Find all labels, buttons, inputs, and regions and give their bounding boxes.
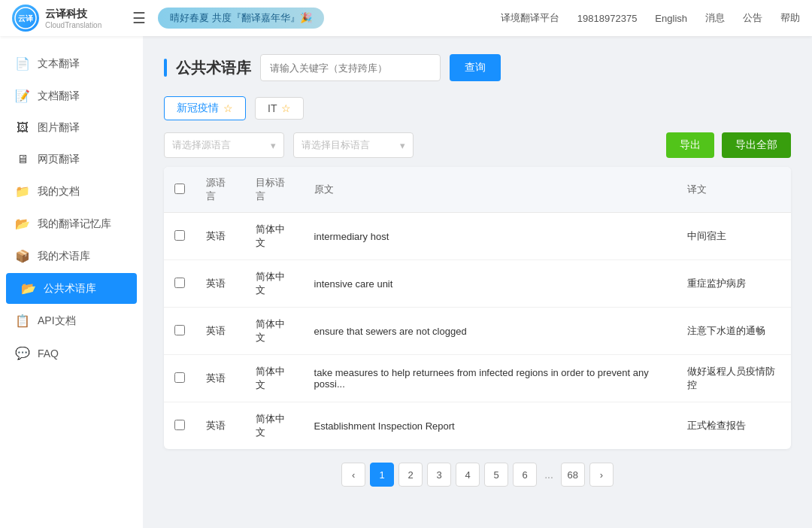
table-row: 英语 简体中文 intensive care unit 重症监护病房	[164, 260, 791, 308]
text-trans-icon: 📄	[15, 56, 30, 71]
target-language-select[interactable]: 请选择目标语言 ▾	[293, 132, 414, 158]
col-header-orig: 原文	[304, 167, 677, 213]
cell-trans-4: 正式检查报告	[677, 402, 791, 450]
source-language-select[interactable]: 请选择源语言 ▾	[164, 132, 284, 158]
row-checkbox-0[interactable]	[174, 230, 185, 241]
table-row: 英语 简体中文 ensure that sewers are not clogg…	[164, 308, 791, 355]
cell-tgt-1: 简体中文	[245, 260, 304, 308]
row-checkbox-4[interactable]	[174, 420, 185, 430]
col-header-tgt: 目标语言	[245, 167, 304, 213]
tabs-row: 新冠疫情 ☆ IT ☆	[164, 96, 791, 120]
faq-icon: 💬	[15, 346, 30, 360]
svg-text:云译: 云译	[18, 14, 34, 23]
pagination-ellipsis: ...	[541, 469, 556, 481]
cell-src-2: 英语	[195, 308, 245, 355]
export-all-button[interactable]: 导出全部	[722, 132, 791, 158]
sidebar-item-api-docs[interactable]: 📋 API文档	[0, 305, 143, 336]
cell-src-4: 英语	[195, 402, 245, 450]
tab-covid-star-icon[interactable]: ☆	[223, 102, 233, 114]
chevron-down-icon: ▾	[271, 140, 276, 151]
page-button-68[interactable]: 68	[561, 463, 585, 487]
cell-trans-2: 注意下水道的通畅	[677, 308, 791, 355]
page-title-row: 公共术语库 查询	[164, 54, 791, 81]
table-header-row: 源语言 目标语言 原文 译文	[164, 167, 791, 213]
main-content: 公共术语库 查询 新冠疫情 ☆ IT ☆ 请选择源语言 ▾ 请选择目标语言 ▾	[143, 36, 812, 528]
export-button[interactable]: 导出	[666, 132, 714, 158]
sidebar-item-my-docs[interactable]: 📁 我的文档	[0, 176, 143, 207]
tab-it[interactable]: IT ☆	[255, 97, 304, 120]
sidebar-item-web-trans[interactable]: 🖥 网页翻译	[0, 144, 143, 174]
nav-message[interactable]: 消息	[705, 11, 725, 25]
public-terms-icon: 📂	[21, 281, 36, 296]
cell-orig-1: intensive care unit	[304, 260, 677, 308]
cell-orig-4: Establishment Inspection Report	[304, 402, 677, 450]
api-docs-icon: 📋	[15, 314, 30, 328]
sidebar-item-text-trans[interactable]: 📄 文本翻译	[0, 48, 143, 79]
search-input[interactable]	[260, 54, 441, 81]
my-memory-icon: 📂	[15, 217, 30, 231]
sidebar-item-public-terms[interactable]: 📂 公共术语库	[6, 273, 137, 304]
row-checkbox-1[interactable]	[174, 278, 185, 288]
next-page-button[interactable]: ›	[589, 463, 614, 487]
sidebar-item-doc-trans[interactable]: 📝 文档翻译	[0, 80, 143, 111]
nav-notice[interactable]: 公告	[743, 11, 762, 25]
chevron-down-icon-2: ▾	[400, 140, 405, 151]
row-checkbox-2[interactable]	[174, 325, 185, 335]
row-checkbox-3[interactable]	[174, 372, 185, 383]
page-button-6[interactable]: 6	[513, 463, 537, 487]
terms-table: 源语言 目标语言 原文 译文 英语 简体中文 intermediary host…	[164, 167, 791, 449]
logo-text: 云译科技 CloudTranslation	[45, 8, 102, 29]
logo-area: 云译 云译科技 CloudTranslation	[12, 5, 117, 32]
page-title: 公共术语库	[176, 58, 251, 78]
sidebar-item-my-memory[interactable]: 📂 我的翻译记忆库	[0, 208, 143, 239]
doc-trans-icon: 📝	[15, 89, 30, 103]
nav-links: 译境翻译平台 19818972375 English 消息 公告 帮助	[501, 11, 800, 25]
page-button-1[interactable]: 1	[370, 463, 394, 487]
page-button-3[interactable]: 3	[427, 463, 451, 487]
cell-trans-0: 中间宿主	[677, 213, 791, 260]
logo-icon: 云译	[12, 5, 39, 32]
tab-covid[interactable]: 新冠疫情 ☆	[164, 96, 246, 120]
cell-tgt-3: 简体中文	[245, 355, 304, 402]
select-all-checkbox[interactable]	[174, 184, 185, 194]
title-bar	[164, 59, 167, 77]
cell-orig-3: take measures to help returnees from inf…	[304, 355, 677, 402]
web-trans-icon: 🖥	[15, 153, 30, 166]
nav-help[interactable]: 帮助	[780, 11, 800, 25]
pagination: ‹ 1 2 3 4 5 6 ... 68 ›	[164, 463, 791, 487]
cell-src-3: 英语	[195, 355, 245, 402]
cell-tgt-4: 简体中文	[245, 402, 304, 450]
search-button[interactable]: 查询	[450, 54, 501, 81]
col-header-src: 源语言	[195, 167, 245, 213]
cell-tgt-0: 简体中文	[245, 213, 304, 260]
prev-page-button[interactable]: ‹	[341, 463, 365, 487]
img-trans-icon: 🖼	[15, 121, 30, 135]
export-buttons: 导出 导出全部	[666, 132, 791, 158]
layout: 📄 文本翻译 📝 文档翻译 🖼 图片翻译 🖥 网页翻译 📁 我的文档 📂 我的翻…	[0, 36, 812, 528]
page-button-2[interactable]: 2	[398, 463, 423, 487]
nav-platform[interactable]: 译境翻译平台	[501, 11, 559, 25]
hamburger-icon[interactable]: ☰	[132, 9, 146, 27]
col-header-trans: 译文	[677, 167, 791, 213]
my-terms-icon: 📦	[15, 249, 30, 263]
cell-trans-1: 重症监护病房	[677, 260, 791, 308]
cell-trans-3: 做好返程人员疫情防控	[677, 355, 791, 402]
table-row: 英语 简体中文 take measures to help returnees …	[164, 355, 791, 402]
cell-src-1: 英语	[195, 260, 245, 308]
banner-pill[interactable]: 晴好春夏 共度『翻译嘉年华』🎉	[158, 8, 324, 29]
page-button-4[interactable]: 4	[456, 463, 480, 487]
sidebar-item-faq[interactable]: 💬 FAQ	[0, 338, 143, 369]
table-row: 英语 简体中文 Establishment Inspection Report …	[164, 402, 791, 450]
sidebar: 📄 文本翻译 📝 文档翻译 🖼 图片翻译 🖥 网页翻译 📁 我的文档 📂 我的翻…	[0, 36, 143, 528]
sidebar-item-my-terms[interactable]: 📦 我的术语库	[0, 241, 143, 272]
sidebar-item-img-trans[interactable]: 🖼 图片翻译	[0, 113, 143, 143]
nav-language[interactable]: English	[655, 13, 687, 24]
nav-phone: 19818972375	[577, 13, 638, 24]
topnav: 云译 云译科技 CloudTranslation ☰ 晴好春夏 共度『翻译嘉年华…	[0, 0, 812, 36]
page-button-5[interactable]: 5	[484, 463, 508, 487]
my-docs-icon: 📁	[15, 184, 30, 199]
cell-tgt-2: 简体中文	[245, 308, 304, 355]
tab-it-star-icon[interactable]: ☆	[281, 102, 291, 114]
cell-orig-0: intermediary host	[304, 213, 677, 260]
cell-src-0: 英语	[195, 213, 245, 260]
